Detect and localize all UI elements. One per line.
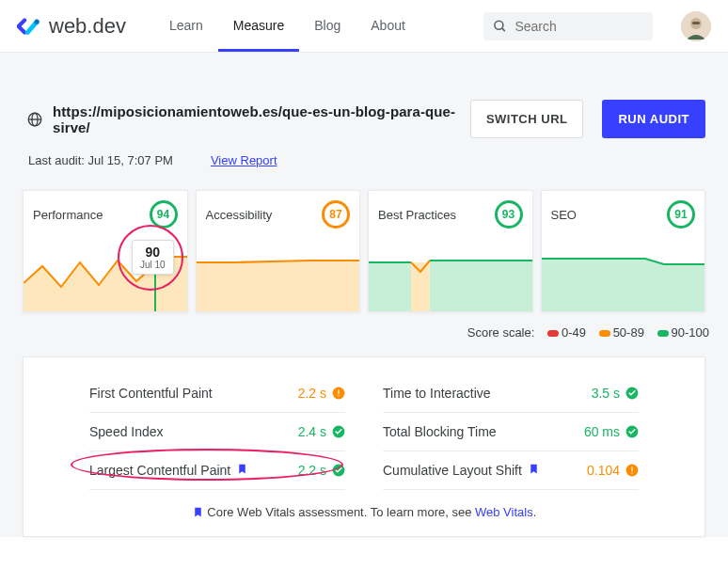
- nav-learn[interactable]: Learn: [154, 1, 218, 52]
- svg-point-1: [495, 21, 503, 29]
- score-ring: 93: [495, 200, 523, 229]
- svg-rect-5: [692, 22, 700, 24]
- metric-row[interactable]: Cumulative Layout Shift0.104: [383, 451, 639, 490]
- check-icon: [332, 425, 345, 438]
- check-icon: [625, 387, 639, 400]
- bookmark-icon: [528, 463, 540, 478]
- bookmark-icon: [192, 506, 204, 518]
- metrics-col-right: Time to Interactive3.5 sTotal Blocking T…: [383, 386, 639, 490]
- search-icon: [493, 18, 507, 35]
- scale-dot-green: [657, 330, 669, 337]
- search-box[interactable]: [483, 12, 653, 40]
- card-title: Accessibility: [206, 208, 273, 222]
- metric-row[interactable]: Largest Contentful Paint2.2 s: [89, 451, 345, 490]
- svg-line-2: [502, 27, 505, 30]
- score-ring: 91: [667, 200, 695, 229]
- audit-meta: Last audit: Jul 15, 7:07 PM View Report: [0, 148, 728, 188]
- audit-url: https://miposicionamientoweb.es/que-es-u…: [53, 103, 461, 135]
- metric-value: 2.2 s: [298, 463, 345, 478]
- run-audit-button[interactable]: RUN AUDIT: [602, 100, 705, 138]
- audit-header: https://miposicionamientoweb.es/que-es-u…: [0, 75, 728, 148]
- svg-rect-17: [338, 395, 339, 396]
- card-title: SEO: [551, 208, 577, 222]
- metric-row[interactable]: Speed Index2.4 s: [89, 413, 345, 451]
- metric-name: Largest Contentful Paint: [89, 463, 248, 478]
- bookmark-icon: [236, 463, 248, 478]
- score-ring: 94: [150, 200, 178, 229]
- check-icon: [332, 464, 345, 477]
- top-bar: web.dev Learn Measure Blog About: [0, 0, 728, 53]
- card-seo[interactable]: SEO 91: [541, 190, 706, 312]
- cwv-note: Core Web Vitals assessment. To learn mor…: [89, 490, 639, 519]
- metrics-panel: First Contentful Paint2.2 sSpeed Index2.…: [23, 356, 705, 537]
- warn-icon: [332, 387, 345, 400]
- sparkline: [369, 244, 533, 311]
- metric-name: Time to Interactive: [383, 386, 491, 401]
- brand-text: web.dev: [49, 14, 126, 39]
- scale-dot-red: [547, 330, 559, 337]
- nav-about[interactable]: About: [356, 1, 420, 52]
- svg-rect-24: [631, 472, 632, 473]
- sparkline: [197, 244, 361, 311]
- view-report-link[interactable]: View Report: [211, 153, 277, 167]
- metric-value: 2.2 s: [298, 386, 345, 401]
- metric-name: First Contentful Paint: [89, 386, 213, 401]
- avatar[interactable]: [681, 11, 711, 41]
- metric-row[interactable]: Total Blocking Time60 ms: [383, 413, 639, 451]
- scale-dot-orange: [599, 330, 610, 337]
- metric-value: 2.4 s: [298, 424, 345, 439]
- card-accessibility[interactable]: Accessibility 87: [196, 190, 361, 312]
- card-best-practices[interactable]: Best Practices 93: [368, 190, 533, 312]
- last-audit-text: Last audit: Jul 15, 7:07 PM: [28, 153, 173, 167]
- logo-icon: [17, 14, 41, 39]
- svg-rect-12: [411, 262, 430, 311]
- warn-icon: [625, 464, 639, 477]
- metric-value: 0.104: [587, 463, 639, 478]
- metric-row[interactable]: Time to Interactive3.5 s: [383, 386, 639, 413]
- globe-icon: [26, 111, 43, 128]
- nav-blog[interactable]: Blog: [299, 1, 356, 52]
- card-performance[interactable]: Performance 94 90 Jul 10: [23, 190, 188, 312]
- sparkline: [542, 244, 706, 311]
- svg-rect-23: [631, 467, 632, 472]
- score-scale: Score scale: 0-49 50-89 90-100: [0, 312, 728, 356]
- page-body: https://miposicionamientoweb.es/que-es-u…: [0, 53, 728, 537]
- card-title: Performance: [33, 208, 103, 222]
- metric-name: Cumulative Layout Shift: [383, 463, 540, 478]
- score-cards: Performance 94 90 Jul 10 Accessibility 8…: [0, 190, 728, 312]
- logo[interactable]: web.dev: [17, 14, 126, 39]
- svg-point-0: [35, 19, 40, 24]
- switch-url-button[interactable]: SWITCH URL: [470, 100, 584, 138]
- web-vitals-link[interactable]: Web Vitals: [475, 505, 533, 519]
- sparkline-tooltip: 90 Jul 10: [132, 240, 174, 275]
- metric-name: Speed Index: [89, 424, 164, 439]
- card-title: Best Practices: [378, 208, 456, 222]
- nav-measure[interactable]: Measure: [218, 1, 299, 52]
- check-icon: [625, 425, 639, 438]
- svg-rect-16: [338, 390, 339, 395]
- metric-row[interactable]: First Contentful Paint2.2 s: [89, 386, 345, 413]
- metric-value: 3.5 s: [592, 386, 639, 401]
- score-ring: 87: [322, 200, 350, 229]
- metrics-col-left: First Contentful Paint2.2 sSpeed Index2.…: [89, 386, 345, 490]
- main-nav: Learn Measure Blog About: [154, 1, 420, 52]
- metric-name: Total Blocking Time: [383, 424, 497, 439]
- search-input[interactable]: [514, 19, 643, 34]
- metric-value: 60 ms: [584, 424, 639, 439]
